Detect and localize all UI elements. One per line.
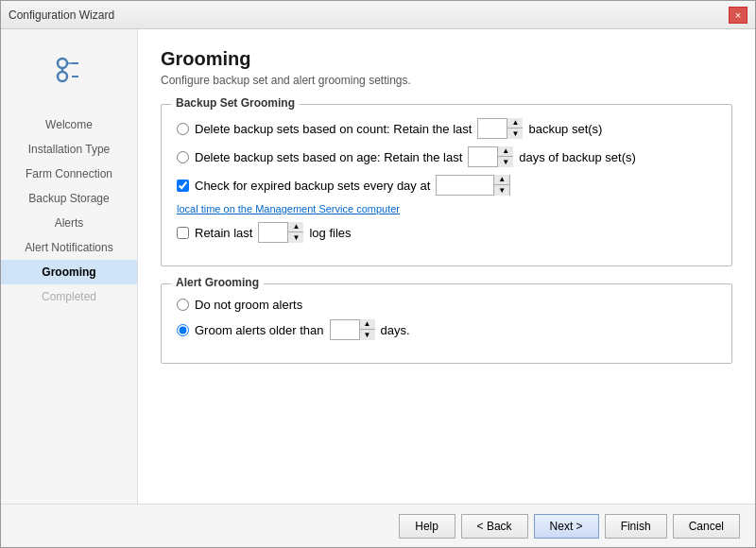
backup-set-grooming-title: Backup Set Grooming bbox=[171, 96, 300, 110]
backup-count-down[interactable]: ▼ bbox=[507, 128, 523, 139]
groom-older-radio[interactable] bbox=[177, 324, 189, 336]
finish-button[interactable]: Finish bbox=[605, 514, 667, 539]
backup-age-row: Delete backup sets based on age: Retain … bbox=[177, 146, 716, 167]
page-subtitle: Configure backup set and alert grooming … bbox=[161, 74, 732, 87]
footer: Help < Back Next > Finish Cancel bbox=[1, 504, 755, 547]
check-time-row: Check for expired backup sets every day … bbox=[177, 175, 716, 196]
backup-count-radio[interactable] bbox=[177, 123, 189, 135]
retain-log-input[interactable]: 10 bbox=[259, 223, 287, 242]
check-time-field[interactable]: 05:00 AM bbox=[437, 176, 493, 195]
retain-log-row: Retain last 10 ▲ ▼ log files bbox=[177, 222, 716, 243]
check-time-down[interactable]: ▼ bbox=[494, 185, 509, 196]
sidebar-item-completed: Completed bbox=[1, 284, 137, 309]
sidebar-item-backup-storage[interactable]: Backup Storage bbox=[1, 186, 137, 211]
retain-log-down[interactable]: ▼ bbox=[288, 232, 303, 243]
main-content: Welcome Installation Type Farm Connectio… bbox=[1, 29, 755, 504]
retain-log-spinner[interactable]: 10 ▲ ▼ bbox=[258, 222, 303, 243]
sidebar-item-farm-connection[interactable]: Farm Connection bbox=[1, 162, 137, 186]
backup-count-row: Delete backup sets based on count: Retai… bbox=[177, 118, 716, 139]
backup-set-grooming-group: Backup Set Grooming Delete backup sets b… bbox=[161, 104, 732, 266]
help-button[interactable]: Help bbox=[399, 514, 455, 539]
sidebar-item-alert-notifications[interactable]: Alert Notifications bbox=[1, 235, 137, 260]
sidebar-item-welcome[interactable]: Welcome bbox=[1, 112, 137, 137]
hint-text: local time on the Management Service com… bbox=[177, 203, 716, 214]
no-groom-label[interactable]: Do not groom alerts bbox=[177, 298, 302, 312]
back-button[interactable]: < Back bbox=[461, 514, 528, 539]
svg-point-1 bbox=[58, 72, 67, 81]
backup-age-spinner[interactable]: 90 ▲ ▼ bbox=[468, 146, 513, 167]
alert-grooming-group: Alert Grooming Do not groom alerts Groom… bbox=[161, 283, 732, 364]
wizard-icon bbox=[45, 46, 93, 94]
backup-age-input[interactable]: 90 bbox=[469, 147, 497, 166]
window-title: Configuration Wizard bbox=[9, 9, 114, 22]
groom-days-down[interactable]: ▼ bbox=[360, 330, 375, 340]
title-bar: Configuration Wizard × bbox=[1, 1, 755, 29]
sidebar: Welcome Installation Type Farm Connectio… bbox=[1, 29, 138, 504]
page-title: Grooming bbox=[161, 48, 732, 70]
sidebar-item-installation-type[interactable]: Installation Type bbox=[1, 137, 137, 162]
backup-count-spinner[interactable]: 7 ▲ ▼ bbox=[477, 118, 523, 139]
content-area: Grooming Configure backup set and alert … bbox=[138, 29, 755, 504]
check-time-input-wrapper[interactable]: 05:00 AM ▲ ▼ bbox=[436, 175, 510, 196]
backup-age-radio[interactable] bbox=[177, 151, 189, 163]
configuration-wizard-window: Configuration Wizard × Welcome Insta bbox=[0, 0, 756, 548]
no-groom-radio[interactable] bbox=[177, 299, 189, 311]
cancel-button[interactable]: Cancel bbox=[673, 514, 740, 539]
check-time-checkbox[interactable] bbox=[177, 180, 189, 192]
next-button[interactable]: Next > bbox=[534, 514, 599, 539]
groom-days-spinner[interactable]: 30 ▲ ▼ bbox=[330, 319, 375, 340]
backup-age-up[interactable]: ▲ bbox=[498, 146, 513, 157]
alert-grooming-title: Alert Grooming bbox=[171, 276, 264, 289]
retain-log-up[interactable]: ▲ bbox=[288, 222, 303, 232]
groom-days-up[interactable]: ▲ bbox=[360, 319, 375, 330]
groom-older-row: Groom alerts older than 30 ▲ ▼ days. bbox=[177, 319, 716, 340]
backup-count-input[interactable]: 7 bbox=[478, 119, 507, 138]
wizard-logo bbox=[1, 37, 137, 112]
groom-older-label[interactable]: Groom alerts older than bbox=[177, 323, 324, 337]
retain-log-label[interactable]: Retain last bbox=[177, 226, 252, 240]
sidebar-item-alerts[interactable]: Alerts bbox=[1, 211, 137, 235]
check-time-up[interactable]: ▲ bbox=[494, 175, 509, 185]
retain-log-checkbox[interactable] bbox=[177, 227, 189, 239]
sidebar-item-grooming[interactable]: Grooming bbox=[1, 260, 137, 284]
check-time-label[interactable]: Check for expired backup sets every day … bbox=[177, 179, 430, 193]
groom-days-input[interactable]: 30 bbox=[331, 320, 359, 339]
backup-age-label[interactable]: Delete backup sets based on age: Retain … bbox=[177, 150, 462, 164]
backup-count-label[interactable]: Delete backup sets based on count: Retai… bbox=[177, 122, 472, 136]
close-button[interactable]: × bbox=[729, 7, 747, 24]
no-groom-row: Do not groom alerts bbox=[177, 298, 716, 312]
backup-age-down[interactable]: ▼ bbox=[498, 157, 513, 167]
svg-point-0 bbox=[58, 59, 67, 68]
backup-count-up[interactable]: ▲ bbox=[507, 118, 523, 128]
